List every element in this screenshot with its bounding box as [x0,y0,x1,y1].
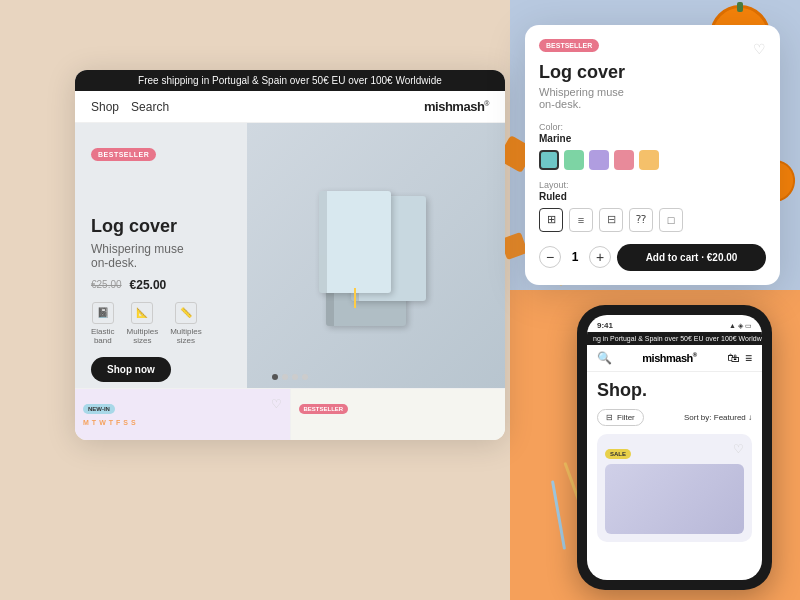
notebook-stack [316,176,436,356]
phone-cart-icon[interactable]: 🛍 [727,351,739,365]
color-swatches [539,150,766,170]
quantity-plus-button[interactable]: + [589,246,611,268]
phone-product-image [605,464,744,534]
modal-badge: BESTSELLER [539,39,599,52]
phone-filter-row: ⊟ Filter Sort by: Featured ↓ [597,409,752,426]
phone-product-card[interactable]: SALE ♡ [597,434,752,542]
wishlist-icon-1[interactable]: ♡ [271,397,282,411]
phone-time: 9:41 [597,321,613,330]
layout-plain[interactable]: □ [659,208,683,232]
website-card: Free shipping in Portugal & Spain over 5… [75,70,505,440]
phone-mockup: 9:41 ▲ ◈ ▭ ng in Portugal & Spain over 5… [577,305,772,590]
add-to-cart-row: − 1 + Add to cart · €20.00 [539,244,766,271]
phone-nav-icons: 🛍 ≡ [727,351,752,365]
layout-blank[interactable]: ⁇ [629,208,653,232]
phone-sale-badge: SALE [605,449,631,459]
phone-logo[interactable]: mishmash® [642,352,696,364]
bottom-cards: NEW-IN ♡ M T W T F S S BESTSELLER [75,388,505,440]
announcement-text: Free shipping in Portugal & Spain over 5… [138,75,442,86]
bestseller-badge-sm: BESTSELLER [299,404,349,414]
phone-content: Shop. ⊟ Filter Sort by: Featured ↓ SALE … [587,372,762,550]
dot-1[interactable] [272,374,278,380]
modal-title: Log cover [539,62,766,84]
price-new: €25.00 [130,278,167,292]
layout-options: ⊞ ≡ ⊟ ⁇ □ [539,208,766,232]
modal-subtitle: Whispering museon-desk. [539,86,766,110]
elastic-icon: 📓 [92,302,114,324]
quantity-value: 1 [567,250,583,264]
layout-label: Layout: [539,180,766,190]
sizes-icon-1: 📐 [131,302,153,324]
phone-filter-button[interactable]: ⊟ Filter [597,409,644,426]
dot-2[interactable] [282,374,288,380]
color-label: Color: [539,122,766,132]
layout-value: Ruled [539,191,766,202]
feature-sizes-1: 📐 Multiples sizes [127,302,159,345]
swatch-pink[interactable] [614,150,634,170]
feature-sizes-2: 📏 Multiples sizes [170,302,202,345]
dot-4[interactable] [302,374,308,380]
announcement-bar: Free shipping in Portugal & Spain over 5… [75,70,505,91]
add-to-cart-button[interactable]: Add to cart · €20.00 [617,244,766,271]
phone-sort-dropdown[interactable]: Sort by: Featured ↓ [684,413,752,422]
phone-search-icon[interactable]: 🔍 [597,351,612,365]
phone-shop-title: Shop. [597,380,752,401]
phone-menu-icon[interactable]: ≡ [745,351,752,365]
nav-shop[interactable]: Shop [91,100,119,114]
battery-icon: ▭ [745,322,752,330]
wifi-icon: ◈ [738,322,743,330]
bottom-card-new-in[interactable]: NEW-IN ♡ M T W T F S S [75,389,291,440]
swatch-marine[interactable] [539,150,559,170]
phone-wishlist-icon[interactable]: ♡ [733,442,744,456]
product-modal: BESTSELLER ♡ Log cover Whispering museon… [525,25,780,285]
hero-text-block: BESTSELLER Log cover Whispering muse on-… [91,143,202,382]
layout-dotted[interactable]: ⊞ [539,208,563,232]
feature-elastic: 📓 Elastic band [91,302,115,345]
signal-icon: ▲ [729,322,736,330]
layout-ruled[interactable]: ≡ [569,208,593,232]
phone-status-bar: 9:41 ▲ ◈ ▭ [587,315,762,332]
nav-bar: Shop Search mishmash® [75,91,505,123]
quantity-minus-button[interactable]: − [539,246,561,268]
color-value: Marine [539,133,766,144]
nav-search[interactable]: Search [131,100,169,114]
modal-wishlist-icon[interactable]: ♡ [753,41,766,57]
features-list: 📓 Elastic band 📐 Multiples sizes 📏 Multi… [91,302,202,345]
notebook-front [319,191,391,293]
phone-nav: 🔍 mishmash® 🛍 ≡ [587,345,762,372]
swatch-lavender[interactable] [589,150,609,170]
phone-screen: 9:41 ▲ ◈ ▭ ng in Portugal & Spain over 5… [587,315,762,580]
swatch-green[interactable] [564,150,584,170]
filter-icon: ⊟ [606,413,613,422]
hero-product-image [247,123,505,388]
hero-subtitle: Whispering muse on-desk. [91,242,202,270]
nav-links: Shop Search [91,100,169,114]
hero-badge: BESTSELLER [91,148,156,161]
bottom-card-bestseller[interactable]: BESTSELLER [291,389,506,440]
calendar-preview: M T W T F S S [83,419,282,426]
price-old: €25.00 [91,279,122,290]
phone-status-icons: ▲ ◈ ▭ [729,322,752,330]
hero-section: BESTSELLER Log cover Whispering muse on-… [75,123,505,388]
price-row: €25.00 €25.00 [91,278,202,292]
hero-title: Log cover [91,216,202,238]
shop-now-button[interactable]: Shop now [91,357,171,382]
new-in-badge: NEW-IN [83,404,115,414]
carousel-dots [272,374,308,380]
phone-announcement-bar: ng in Portugal & Spain over 50€ EU over … [587,332,762,345]
swatch-yellow[interactable] [639,150,659,170]
sizes-icon-2: 📏 [175,302,197,324]
layout-grid[interactable]: ⊟ [599,208,623,232]
dot-3[interactable] [292,374,298,380]
site-logo[interactable]: mishmash® [424,99,489,114]
